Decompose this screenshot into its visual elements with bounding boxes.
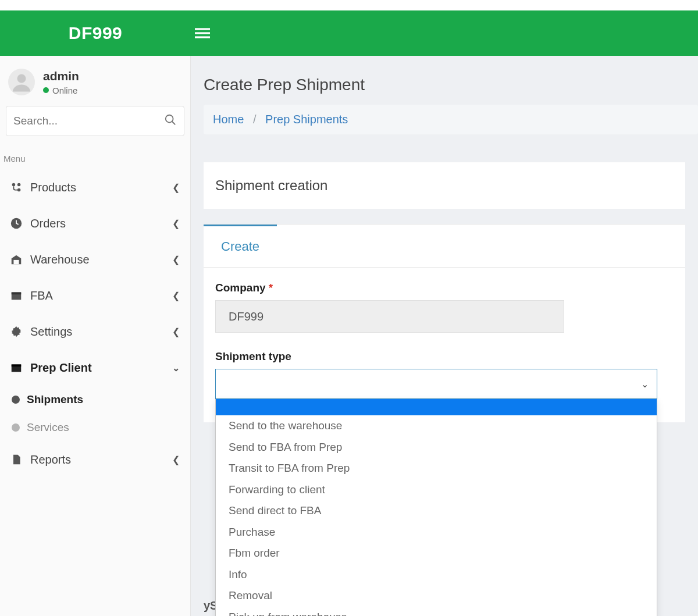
shipment-type-label: Shipment type <box>215 350 674 363</box>
page-title: Create Prep Shipment <box>191 56 698 105</box>
user-status-text: Online <box>52 86 77 95</box>
shipment-type-option[interactable]: Send direct to FBA <box>216 500 657 522</box>
shipment-type-option[interactable]: Send to FBA from Prep <box>216 437 657 458</box>
subnav-shipments[interactable]: Shipments <box>0 386 190 414</box>
breadcrumb-separator: / <box>247 113 262 126</box>
nav-reports-label: Reports <box>30 453 71 467</box>
company-field: DF999 <box>215 300 564 333</box>
nav-fba[interactable]: FBA ❮ <box>0 277 190 314</box>
svg-rect-15 <box>12 365 22 367</box>
tab-create[interactable]: Create <box>204 225 277 267</box>
hamburger-menu-button[interactable] <box>191 22 214 45</box>
svg-rect-12 <box>12 293 22 295</box>
chevron-down-icon: ⌄ <box>172 362 180 373</box>
search-box[interactable] <box>6 106 184 136</box>
company-label: Company * <box>215 282 674 294</box>
user-icon <box>11 72 32 92</box>
user-status: Online <box>43 86 79 95</box>
brand-slot: DF999 <box>0 23 191 43</box>
breadcrumb-home[interactable]: Home <box>213 113 244 126</box>
nav-warehouse-label: Warehouse <box>30 253 90 266</box>
subnav-services[interactable]: Services <box>0 414 190 441</box>
shipment-type-option[interactable]: Send to the warehouse <box>216 415 657 437</box>
products-icon <box>8 181 24 194</box>
nav-settings-label: Settings <box>30 325 72 339</box>
menu-section-label: Menu <box>0 145 190 169</box>
hamburger-icon <box>195 26 210 41</box>
nav-reports[interactable]: Reports ❮ <box>0 441 190 478</box>
warehouse-icon <box>8 253 24 266</box>
svg-point-4 <box>166 115 173 123</box>
clock-icon <box>8 217 24 230</box>
svg-rect-2 <box>195 36 210 38</box>
breadcrumb: Home / Prep Shipments <box>204 105 698 134</box>
nav-orders[interactable]: Orders ❮ <box>0 205 190 241</box>
svg-point-8 <box>17 188 21 192</box>
nav-prep-client[interactable]: Prep Client ⌄ <box>0 350 190 386</box>
brand-text: DF999 <box>69 23 123 43</box>
chevron-left-icon: ❮ <box>172 326 180 337</box>
shipment-type-option[interactable]: Pick up from warehouse <box>216 607 657 617</box>
tabs: Create <box>204 224 685 268</box>
avatar <box>8 69 35 95</box>
search-icon[interactable] <box>164 113 177 129</box>
shipment-type-option[interactable]: Forwarding to client <box>216 479 657 501</box>
chevron-left-icon: ❮ <box>172 182 180 193</box>
subnav-shipments-label: Shipments <box>27 393 83 406</box>
gear-icon <box>8 325 24 338</box>
shipment-type-dropdown: Send to the warehouse Send to FBA from P… <box>215 399 657 616</box>
box-icon <box>8 289 24 302</box>
user-name: admin <box>43 69 79 83</box>
main-content: Create Prep Shipment Home / Prep Shipmen… <box>191 56 698 616</box>
svg-point-3 <box>17 74 26 83</box>
nav: Products ❮ Orders ❮ Warehouse ❮ <box>0 169 190 478</box>
panel-title: Shipment creation <box>215 177 327 193</box>
form-area: Company * DF999 Shipment type ⌄ Send to … <box>204 268 685 422</box>
user-block: admin Online <box>0 56 190 106</box>
nav-prep-client-label: Prep Client <box>30 361 92 375</box>
tab-create-label: Create <box>221 239 259 254</box>
nav-warehouse[interactable]: Warehouse ❮ <box>0 241 190 277</box>
status-dot-icon <box>43 87 49 93</box>
company-label-text: Company <box>215 282 266 294</box>
app-header: DF999 <box>0 10 698 56</box>
bullet-icon <box>12 396 20 404</box>
shipment-type-option[interactable]: Removal <box>216 585 657 607</box>
company-value: DF999 <box>229 310 263 323</box>
panel-shipment-creation: Shipment creation <box>204 162 685 209</box>
nav-fba-label: FBA <box>30 289 53 302</box>
shipment-type-option[interactable] <box>216 399 657 415</box>
chevron-left-icon: ❮ <box>172 254 180 265</box>
search-input[interactable] <box>13 115 164 127</box>
shipment-type-option[interactable]: Fbm order <box>216 543 657 564</box>
shipment-type-option[interactable]: Info <box>216 564 657 586</box>
svg-point-6 <box>12 183 16 187</box>
nav-settings[interactable]: Settings ❮ <box>0 314 190 350</box>
shipment-type-select[interactable]: ⌄ Send to the warehouse Send to FBA from… <box>215 369 657 399</box>
svg-rect-0 <box>195 28 210 30</box>
nav-products-label: Products <box>30 181 76 194</box>
nav-products[interactable]: Products ❮ <box>0 169 190 205</box>
chevron-left-icon: ❮ <box>172 218 180 229</box>
chevron-down-icon: ⌄ <box>641 379 649 390</box>
prep-client-submenu: Shipments Services <box>0 386 190 441</box>
shipment-type-display[interactable]: ⌄ <box>215 369 657 399</box>
shipment-type-option[interactable]: Transit to FBA from Prep <box>216 458 657 479</box>
svg-line-5 <box>172 122 176 125</box>
svg-point-7 <box>17 183 21 187</box>
breadcrumb-current[interactable]: Prep Shipments <box>265 113 348 126</box>
nav-orders-label: Orders <box>30 217 66 230</box>
archive-icon <box>8 361 24 374</box>
file-icon <box>8 453 24 466</box>
browser-chrome <box>0 0 698 10</box>
required-asterisk: * <box>269 282 273 294</box>
chevron-left-icon: ❮ <box>172 290 180 301</box>
chevron-left-icon: ❮ <box>172 454 180 465</box>
sidebar: admin Online Menu Products <box>0 56 191 616</box>
subnav-services-label: Services <box>27 421 69 434</box>
svg-rect-1 <box>195 32 210 34</box>
svg-rect-10 <box>13 260 19 264</box>
bullet-icon <box>12 423 20 432</box>
shipment-type-option[interactable]: Purchase <box>216 522 657 543</box>
